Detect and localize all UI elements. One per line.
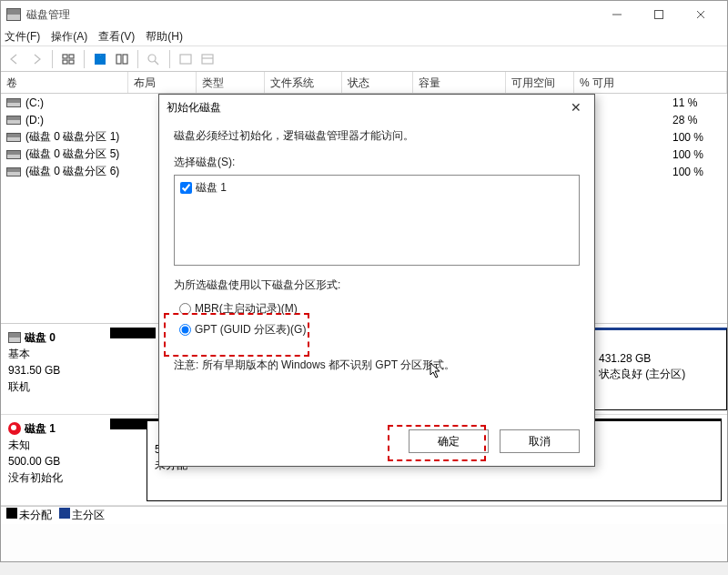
disk-icon [6,116,21,125]
disk-icon [6,167,21,177]
svg-rect-1 [63,55,67,58]
col-type[interactable]: 类型 [197,72,265,93]
cancel-button[interactable]: 取消 [500,429,580,453]
disk-icon [6,98,21,107]
back-button[interactable] [5,49,25,69]
svg-rect-10 [180,55,191,64]
svg-rect-2 [69,55,74,58]
disk-icon [6,150,21,159]
mbr-radio-row[interactable]: MBR(主启动记录)(M) [179,298,580,319]
col-pct[interactable]: % 可用 [574,72,727,93]
ok-button[interactable]: 确定 [409,429,489,453]
menu-help[interactable]: 帮助(H) [146,29,183,45]
views-button[interactable] [58,49,78,69]
svg-point-9 [148,55,156,62]
dialog-close-button[interactable]: ✕ [565,96,587,118]
dialog-title: 初始化磁盘 [167,100,221,116]
disk1-info: 磁盘 1 未知 500.00 GB 没有初始化 [1,415,110,505]
list-button[interactable] [176,49,196,69]
disk0-info: 磁盘 0 基本 931.50 GB 联机 [1,324,110,414]
detail-button[interactable] [197,49,217,69]
col-capacity[interactable]: 容量 [413,72,506,93]
disk-checkbox-row[interactable]: 磁盘 1 [180,179,573,197]
init-disk-dialog: 初始化磁盘 ✕ 磁盘必须经过初始化，逻辑磁盘管理器才能访问。 选择磁盘(S): … [158,94,595,467]
refresh-button[interactable] [112,49,132,69]
legend: 未分配 主分区 [1,506,727,524]
cursor-icon [430,362,442,378]
help-button[interactable]: ? [90,49,110,69]
svg-rect-11 [202,55,213,64]
svg-text:?: ? [97,53,104,66]
col-free[interactable]: 可用空间 [506,72,574,93]
svg-rect-3 [63,60,67,64]
window-title: 磁盘管理 [26,7,70,23]
menu-view[interactable]: 查看(V) [98,29,135,45]
forward-button[interactable] [26,49,46,69]
minimize-button[interactable] [596,1,638,28]
table-header: 卷 布局 类型 文件系统 状态 容量 可用空间 % 可用 [1,72,727,94]
disk-icon [8,332,21,343]
titlebar: 磁盘管理 [1,1,727,28]
menubar: 文件(F) 操作(A) 查看(V) 帮助(H) [1,28,727,46]
menu-action[interactable]: 操作(A) [51,29,87,45]
close-button[interactable] [680,1,722,28]
maximize-button[interactable] [638,1,680,28]
select-disk-label: 选择磁盘(S): [174,154,580,171]
disk0-partition[interactable]: 431.28 GB 状态良好 (主分区) [591,328,727,410]
mbr-radio[interactable] [179,303,191,315]
app-icon [6,8,21,21]
svg-rect-7 [116,55,121,64]
col-volume[interactable]: 卷 [1,72,128,93]
gpt-radio[interactable] [179,324,191,336]
svg-rect-8 [123,55,127,64]
menu-file[interactable]: 文件(F) [5,29,40,45]
disk-icon [6,133,21,142]
toolbar: ? [1,46,727,72]
properties-button[interactable] [144,49,164,69]
dialog-note: 注意: 所有早期版本的 Windows 都不识别 GPT 分区形式。 [174,357,580,374]
dialog-message: 磁盘必须经过初始化，逻辑磁盘管理器才能访问。 [174,127,580,145]
col-status[interactable]: 状态 [342,72,413,93]
gpt-radio-row[interactable]: GPT (GUID 分区表)(G) [179,319,580,340]
disk-select-list[interactable]: 磁盘 1 [174,175,580,266]
partition-style-label: 为所选磁盘使用以下磁盘分区形式: [174,277,580,294]
disk1-checkbox[interactable] [180,182,192,194]
svg-rect-4 [69,60,74,64]
col-fs[interactable]: 文件系统 [265,72,342,93]
error-icon [8,422,21,435]
svg-rect-0 [655,11,663,19]
col-layout[interactable]: 布局 [128,72,197,93]
